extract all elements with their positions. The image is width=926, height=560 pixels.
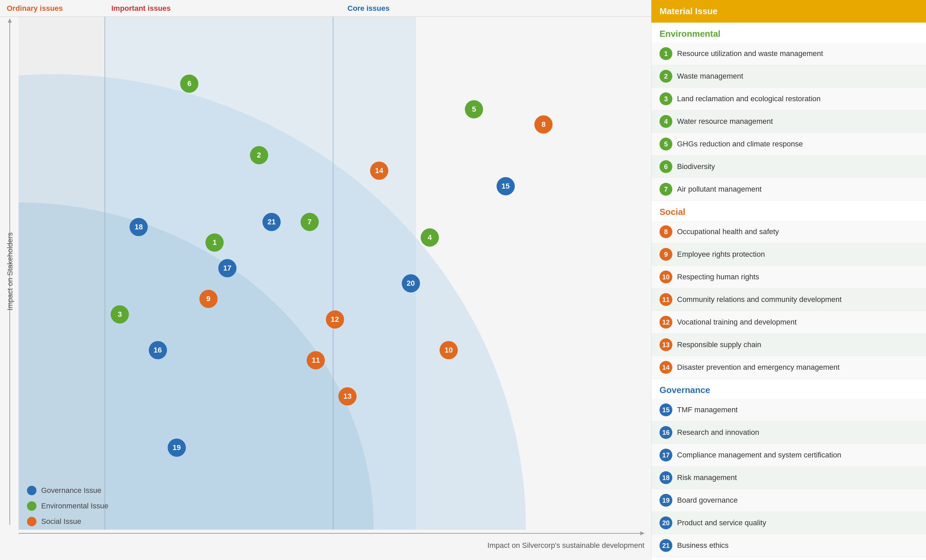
issue-num-1: 1 [660, 47, 672, 60]
issue-num-6: 6 [660, 160, 672, 173]
bubble-4[interactable]: 4 [421, 229, 439, 247]
bubble-2[interactable]: 2 [250, 146, 268, 164]
main-container: Ordinary issues Important issues Core is… [0, 0, 926, 560]
label-ordinary: Ordinary issues [0, 0, 104, 17]
bubble-7[interactable]: 7 [301, 213, 319, 231]
issue-num-21: 21 [660, 539, 672, 552]
list-item: 16 Research and innovation [651, 421, 926, 444]
issue-label-10: Respecting human rights [677, 272, 759, 282]
issue-label-21: Business ethics [677, 541, 729, 550]
bubble-8[interactable]: 8 [534, 115, 552, 133]
chart-area: Ordinary issues Important issues Core is… [0, 0, 651, 560]
issue-label-4: Water resource management [677, 117, 773, 126]
bubble-9[interactable]: 9 [200, 290, 218, 308]
issue-num-2: 2 [660, 70, 672, 83]
bubble-15[interactable]: 15 [496, 177, 515, 195]
issue-label-5: GHGs reduction and climate response [677, 140, 803, 148]
issue-num-17: 17 [660, 449, 672, 462]
x-axis-arrow [18, 533, 644, 534]
bubble-10[interactable]: 10 [440, 341, 458, 359]
panel-header: Material Issue [651, 0, 926, 23]
list-item: 14 Disaster prevention and emergency man… [651, 356, 926, 379]
issue-label-20: Product and service quality [677, 519, 766, 527]
bubble-18[interactable]: 18 [130, 218, 148, 236]
legend-label-environmental: Environmental Issue [41, 502, 108, 510]
list-item: 7 Air pollutant management [651, 178, 926, 201]
issue-label-17: Compliance management and system certifi… [677, 451, 841, 460]
issue-label-18: Risk management [677, 473, 737, 482]
list-item: 18 Risk management [651, 466, 926, 489]
list-item: 3 Land reclamation and ecological restor… [651, 88, 926, 110]
plot-area: 123456789101112131415161718192021 [18, 17, 651, 530]
category-governance: Governance [651, 379, 926, 399]
bubble-17[interactable]: 17 [218, 259, 236, 277]
legend-dot-governance [27, 486, 36, 495]
y-axis-label: Impact on Stakeholders [3, 17, 17, 526]
issue-label-13: Responsible supply chain [677, 341, 761, 349]
list-item: 13 Responsible supply chain [651, 334, 926, 356]
issue-label-16: Research and innovation [677, 428, 759, 437]
issue-num-16: 16 [660, 426, 672, 439]
bubble-11[interactable]: 11 [307, 351, 325, 369]
issue-label-8: Occupational health and safety [677, 227, 779, 236]
issue-label-12: Vocational training and development [677, 318, 797, 327]
issue-num-13: 13 [660, 338, 672, 351]
issue-num-14: 14 [660, 361, 672, 374]
category-social: Social [651, 201, 926, 221]
list-item: 1 Resource utilization and waste managem… [651, 42, 926, 65]
legend-dot-social [27, 517, 36, 526]
list-item: 20 Product and service quality [651, 512, 926, 534]
issue-num-3: 3 [660, 92, 672, 105]
issue-label-6: Biodiversity [677, 162, 715, 171]
bubbles-container: 123456789101112131415161718192021 [18, 17, 651, 530]
bubble-16[interactable]: 16 [149, 341, 167, 359]
legend: Governance Issue Environmental Issue Soc… [27, 486, 108, 526]
issue-label-7: Air pollutant management [677, 185, 762, 194]
issue-num-10: 10 [660, 271, 672, 283]
list-item: 21 Business ethics [651, 534, 926, 557]
issue-num-4: 4 [660, 115, 672, 128]
category-environmental: Environmental [651, 23, 926, 42]
list-item: 9 Employee rights protection [651, 243, 926, 266]
legend-governance: Governance Issue [27, 486, 108, 495]
bubble-3[interactable]: 3 [110, 305, 129, 324]
bubble-20[interactable]: 20 [402, 274, 420, 292]
list-item: 19 Board governance [651, 489, 926, 512]
list-item: 8 Occupational health and safety [651, 221, 926, 243]
legend-social: Social Issue [27, 517, 108, 526]
issue-num-18: 18 [660, 471, 672, 484]
list-item: 17 Compliance management and system cert… [651, 444, 926, 466]
bubble-6[interactable]: 6 [180, 74, 198, 93]
label-important: Important issues [104, 0, 341, 17]
issue-label-2: Waste management [677, 72, 743, 81]
issue-num-19: 19 [660, 494, 672, 507]
bubble-5[interactable]: 5 [465, 100, 483, 118]
issue-num-12: 12 [660, 316, 672, 328]
issue-num-9: 9 [660, 248, 672, 261]
issue-label-15: TMF management [677, 406, 738, 414]
issue-num-7: 7 [660, 183, 672, 196]
issue-label-9: Employee rights protection [677, 250, 765, 259]
issue-num-11: 11 [660, 293, 672, 306]
issue-num-15: 15 [660, 404, 672, 416]
list-item: 11 Community relations and community dev… [651, 288, 926, 311]
issue-label-14: Disaster prevention and emergency manage… [677, 363, 840, 372]
legend-dot-environmental [27, 501, 36, 511]
bubble-13[interactable]: 13 [338, 387, 357, 406]
issue-label-1: Resource utilization and waste managemen… [677, 49, 823, 58]
bubble-1[interactable]: 1 [206, 233, 224, 252]
legend-environmental: Environmental Issue [27, 501, 108, 511]
issue-label-3: Land reclamation and ecological restorat… [677, 94, 821, 103]
bubble-21[interactable]: 21 [262, 213, 281, 231]
list-item: 12 Vocational training and development [651, 311, 926, 334]
right-panel: Material Issue Environmental 1 Resource … [651, 0, 926, 560]
bubble-12[interactable]: 12 [326, 310, 344, 328]
list-item: 5 GHGs reduction and climate response [651, 133, 926, 156]
bubble-19[interactable]: 19 [168, 439, 186, 457]
issue-num-5: 5 [660, 138, 672, 150]
top-labels: Ordinary issues Important issues Core is… [0, 0, 651, 17]
issue-num-20: 20 [660, 516, 672, 529]
list-item: 10 Respecting human rights [651, 266, 926, 288]
issue-num-8: 8 [660, 226, 672, 238]
bubble-14[interactable]: 14 [370, 162, 388, 180]
